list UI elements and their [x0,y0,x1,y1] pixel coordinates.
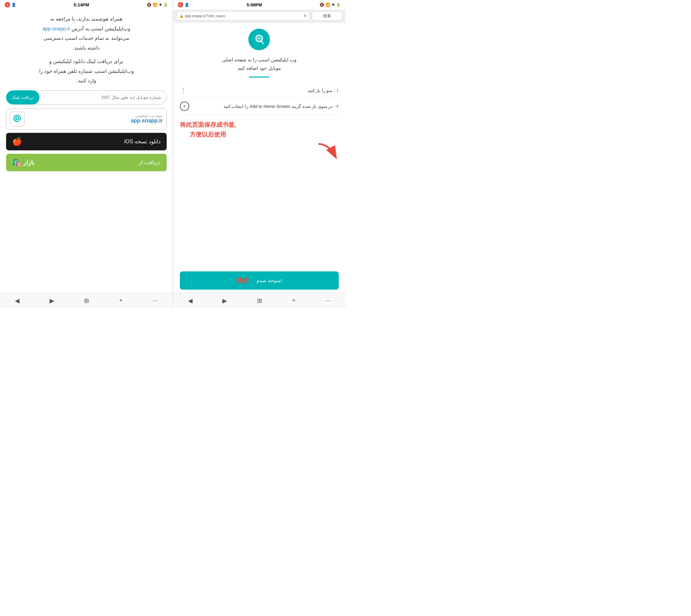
right-mute-icon: 🔇 [319,3,324,7]
web-link-info: نسخه وب اپلیکیشن app.snapp.ir [130,114,163,124]
right-phone-panel: 2 👤 5:09PM 🔇 📶 ✈ 🔋 🔒 app.snapp.ir/?utm_s… [173,0,346,308]
bazaar-logo-area: بازار 🛍️ [12,158,35,167]
right-bottom-nav: ◀ ▶ ⊞ + ··· [173,293,346,308]
left-bottom-nav: ◀ ▶ ⊞ + ··· [0,293,173,308]
right-status-left-icons: 2 👤 [178,2,189,7]
right-nav-back-button[interactable]: ◀ [185,295,196,307]
right-notification-badge: 2 [178,2,183,7]
url-input[interactable]: 🔒 app.snapp.ir/?utm_sourc ↻ [176,11,310,21]
snapp-app-logo [248,29,270,50]
nav-add-button[interactable]: + [116,295,126,306]
notification-badge: 2 [5,2,10,7]
left-persian-body2: برای دریافت لینک دانلود اپلیکیشن و وب‌اپ… [6,57,167,86]
left-status-left-icons: 2 👤 [5,2,16,7]
step-2-row: ۲ - در منوی باز شده گزینه Add to Home Sc… [180,98,339,115]
receive-link-button[interactable]: دریافت لینک [6,90,40,105]
red-arrow-svg [315,142,339,159]
left-persian-body: همراه هوشمند ندارند، با مراجعه به وب‌اپل… [6,14,167,52]
right-time: 5:09PM [247,2,262,7]
right-user-icon: 👤 [185,3,189,7]
chinese-instruction-text: 将此页面保存成书签, 方便以后使用 [180,120,236,139]
continue-button[interactable]: !متوجه شدم 继续 [180,271,339,290]
right-nav-more-button[interactable]: ··· [322,295,334,306]
airplane-icon: ✈ [159,3,162,7]
right-nav-add-button[interactable]: + [289,295,299,306]
apple-icon: 🍎 [12,137,22,146]
nav-forward-button[interactable]: ▶ [46,295,58,307]
bazaar-download-button[interactable]: دریافت از بازار 🛍️ [6,154,167,171]
web-label: نسخه وب اپلیکیشن [130,114,163,118]
left-status-right-icons: 🔇 📶 ✈ 🔋 [147,3,168,7]
snapp-logo-svg [12,113,23,125]
nav-back-button[interactable]: ◀ [12,295,23,307]
plus-circle-icon: + [180,102,189,111]
right-wifi-icon: 📶 [326,3,330,7]
continue-chinese-label: 继续 [236,277,248,285]
mute-icon: 🔇 [147,3,151,7]
snapp-icon-box [10,112,25,127]
lock-icon: 🔒 [180,14,184,18]
snapp-big-logo-svg [251,32,267,47]
svg-point-6 [258,38,260,40]
web-link-box[interactable]: نسخه وب اپلیکیشن app.snapp.ir [6,109,167,130]
nav-more-button[interactable]: ··· [149,295,161,306]
left-time: 5:14PM [74,2,89,7]
browser-address-bar: 🔒 app.snapp.ir/?utm_sourc ↻ 搜索 [173,9,346,23]
reload-icon[interactable]: ↻ [303,14,307,18]
wifi-icon: 📶 [153,3,158,7]
bazaar-logo-text: بازار [23,159,35,166]
battery-icon: 🔋 [163,3,168,7]
snapp-link-text: وب‌اپلیکیشن اسنپ به آدرس app.snapp.ir [43,26,130,31]
continue-btn-wrapper: !متوجه شدم 继续 [180,271,339,290]
ios-btn-label: دانلود نسخه iOS [124,138,161,145]
step-1-text: ۱ - منو را باز کنید [190,88,339,93]
right-status-bar: 2 👤 5:09PM 🔇 📶 ✈ 🔋 [173,0,346,9]
web-url-text: app.snapp.ir [130,118,163,124]
nav-tabs-button[interactable]: ⊞ [81,295,92,307]
right-status-right-icons: 🔇 📶 ✈ 🔋 [319,3,341,7]
bazaar-bag-icon: 🛍️ [12,158,21,167]
teal-underline [249,76,269,78]
left-content-area: همراه هوشمند ندارند، با مراجعه به وب‌اپل… [0,9,173,293]
ios-download-button[interactable]: دانلود نسخه iOS 🍎 [6,133,167,150]
step-1-row: ۱ - منو را باز کنید ⋮ [180,83,339,98]
left-status-bar: 2 👤 5:14PM 🔇 📶 ✈ 🔋 [0,0,173,9]
dots-menu-icon: ⋮ [180,86,187,94]
red-arrow-right [315,142,339,162]
phone-number-input[interactable] [29,90,167,105]
user-icon: 👤 [12,3,16,7]
bazaar-btn-label: دریافت از [139,159,160,166]
right-content-area: وب اپلیکیشن اسنپ را به صفحه اصلی موبایل … [173,23,346,293]
right-airplane-icon: ✈ [332,3,335,7]
right-battery-icon: 🔋 [336,3,341,7]
url-text: app.snapp.ir/?utm_sourc [185,14,226,18]
page-title: وب اپلیکیشن اسنپ را به صفحه اصلی موبایل … [222,56,297,72]
left-phone-panel: 2 👤 5:14PM 🔇 📶 ✈ 🔋 همراه هوشمند ندارند، … [0,0,173,308]
right-nav-forward-button[interactable]: ▶ [219,295,230,307]
step-2-text: ۲ - در منوی باز شده گزینه Add to Home Sc… [193,104,339,109]
continue-persian-label: !متوجه شدم [256,278,282,284]
search-box[interactable]: 搜索 [312,11,342,21]
svg-point-3 [17,117,18,119]
right-nav-tabs-button[interactable]: ⊞ [254,295,266,307]
phone-input-row: دریافت لینک [6,90,167,105]
